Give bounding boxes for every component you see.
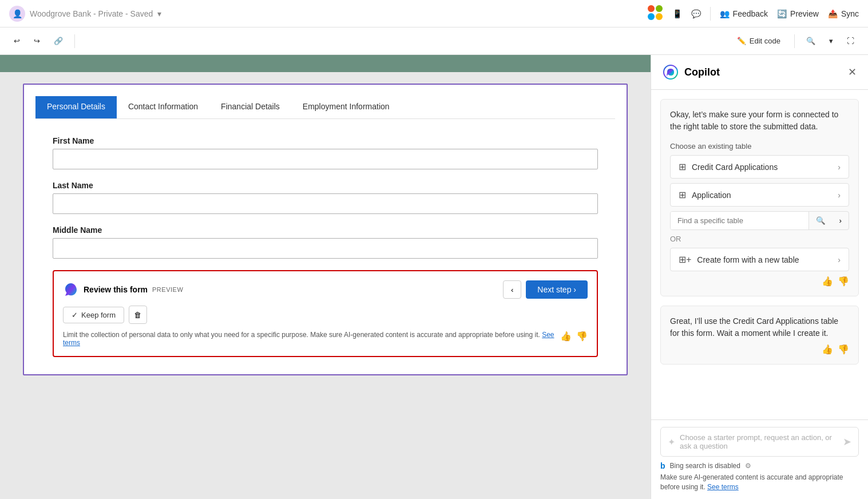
copilot-title-text: Copilot [684, 66, 720, 78]
middle-name-label: Middle Name [53, 225, 598, 235]
choose-table-label: Choose an existing table [670, 142, 849, 151]
disclaimer-text: Limit the collection of personal data to… [63, 331, 556, 347]
bing-disclaimer: Make sure AI-generated content is accura… [660, 473, 859, 492]
first-name-input[interactable] [53, 149, 598, 169]
svg-point-0 [648, 5, 655, 12]
tab-contact-information[interactable]: Contact Information [117, 96, 209, 118]
preview-button[interactable]: 🔄 Preview [777, 9, 819, 18]
last-name-input[interactable] [53, 193, 598, 214]
thumbs-up-button[interactable]: 👍 [560, 331, 572, 342]
last-name-field-group: Last Name [53, 181, 598, 214]
connect-button[interactable]: 🔗 [49, 34, 68, 47]
spark-icon[interactable]: ✦ [668, 437, 675, 447]
keep-form-button[interactable]: ✓ Keep form [63, 307, 124, 323]
card-1-thumbs-up[interactable]: 👍 [822, 276, 833, 287]
edit-code-label: Edit code [750, 37, 780, 45]
fluent-icon[interactable] [647, 5, 663, 22]
expand-button[interactable]: ⛶ [842, 34, 859, 47]
app-name: Woodgrove Bank [30, 9, 91, 18]
feedback-person-icon: 👥 [720, 9, 730, 18]
table-option-left-2: ⊞ Application [679, 189, 731, 200]
app-title: Woodgrove Bank - Private - Saved [30, 9, 153, 18]
table-option-left-1: ⊞ Credit Card Applications [679, 161, 778, 172]
first-name-label: First Name [53, 136, 598, 145]
copilot-card-choose-table: Okay, let’s make sure your form is conne… [660, 99, 859, 296]
table-grid-icon-2: ⊞ [679, 189, 686, 200]
copilot-input-area: ✦ Choose a starter prompt, request an ac… [660, 427, 859, 457]
card-2-thumbs-up[interactable]: 👍 [822, 344, 833, 355]
preview-label: Preview [790, 9, 819, 18]
review-title-text: Review this form [84, 285, 148, 294]
bing-icon: b [660, 461, 665, 470]
app-subtitle: - Private - Saved [91, 9, 153, 18]
sync-button[interactable]: 📤 Sync [828, 9, 859, 18]
disclaimer-content: Limit the collection of personal data to… [63, 331, 540, 339]
next-step-button[interactable]: Next step › [526, 280, 588, 299]
table-application-label: Application [692, 191, 731, 200]
review-bar-header: Review this form PREVIEW ‹ Next step › [63, 280, 588, 299]
redo-button[interactable]: ↪ [29, 34, 45, 47]
create-new-table-option[interactable]: ⊞+ Create form with a new table › [670, 248, 849, 271]
toolbar-separator [74, 34, 75, 48]
preview-icon: 🔄 [777, 9, 787, 18]
middle-name-input[interactable] [53, 238, 598, 259]
copilot-title: Copilot [663, 64, 720, 80]
search-table-box: 🔍 › [670, 211, 849, 230]
middle-name-field-group: Middle Name [53, 225, 598, 259]
table-option-credit-card[interactable]: ⊞ Credit Card Applications › [670, 155, 849, 179]
or-divider: OR [670, 235, 849, 243]
thumbs-area: 👍 👎 [560, 331, 588, 342]
form-fields-area: First Name Last Name Middle Name [35, 130, 615, 363]
copilot-panel-icon [663, 64, 679, 80]
zoom-button[interactable]: 🔍 [802, 34, 820, 47]
sync-icon: 📤 [828, 9, 838, 18]
review-disclaimer: Limit the collection of personal data to… [63, 331, 588, 347]
tab-financial-details[interactable]: Financial Details [209, 96, 291, 118]
card-2-feedback: 👍 👎 [670, 344, 849, 355]
copilot-body: Okay, let’s make sure your form is conne… [651, 90, 868, 419]
bing-notice: b Bing search is disabled ⚙ [660, 461, 859, 470]
topbar-right: 📱 💬 👥 Feedback 🔄 Preview 📤 Sync [647, 5, 859, 22]
copilot-close-button[interactable]: ✕ [848, 66, 857, 78]
copilot-message-1: Okay, let’s make sure your form is conne… [670, 109, 849, 133]
thumbs-down-button[interactable]: 👎 [576, 331, 588, 342]
create-table-left: ⊞+ Create form with a new table [679, 254, 799, 265]
first-name-field-group: First Name [53, 136, 598, 169]
table-option-application[interactable]: ⊞ Application › [670, 183, 849, 207]
last-name-label: Last Name [53, 181, 598, 190]
search-table-input[interactable] [671, 212, 808, 229]
delete-form-button[interactable]: 🗑 [129, 306, 147, 324]
tab-personal-details[interactable]: Personal Details [35, 96, 117, 118]
copilot-panel: Copilot ✕ Okay, let’s make sure your for… [651, 55, 868, 499]
feedback-button[interactable]: 👥 Feedback [720, 9, 768, 18]
review-bar: Review this form PREVIEW ‹ Next step › [53, 270, 598, 357]
topbar-left: 👤 Woodgrove Bank - Private - Saved ▾ [9, 6, 640, 22]
bing-label: Bing search is disabled [670, 462, 740, 470]
create-table-label: Create form with a new table [697, 255, 799, 264]
zoom-chevron[interactable]: ▾ [825, 34, 838, 47]
edit-code-button[interactable]: ✏️ Edit code [730, 34, 787, 47]
bing-disclaimer-text: Make sure AI-generated content is accura… [660, 473, 843, 491]
card-2-thumbs-down[interactable]: 👎 [838, 344, 849, 355]
copilot-send-button[interactable]: ➤ [843, 435, 851, 448]
main-content: Personal Details Contact Information Fin… [0, 55, 868, 499]
bing-settings-icon[interactable]: ⚙ [745, 462, 751, 470]
canvas-area: Personal Details Contact Information Fin… [0, 55, 651, 499]
dropdown-arrow-icon[interactable]: ▾ [157, 9, 161, 18]
prev-step-button[interactable]: ‹ [503, 280, 521, 299]
copilot-message-2: Great, I’ll use the Credit Card Applicat… [670, 315, 849, 339]
bing-see-terms-link[interactable]: See terms [707, 483, 739, 491]
keep-form-label: Keep form [81, 311, 116, 319]
svg-point-3 [656, 13, 663, 20]
search-table-button[interactable]: 🔍 [808, 212, 833, 229]
chat-icon[interactable]: 💬 [691, 9, 701, 18]
tablet-icon[interactable]: 📱 [672, 9, 682, 18]
undo-button[interactable]: ↩ [9, 34, 25, 47]
tab-employment-information[interactable]: Employment Information [291, 96, 401, 118]
copilot-input-placeholder: Choose a starter prompt, request an acti… [675, 433, 843, 450]
svg-point-2 [648, 13, 655, 20]
search-table-chevron[interactable]: › [833, 212, 849, 229]
review-actions: ✓ Keep form 🗑 [63, 306, 588, 324]
form-container: Personal Details Contact Information Fin… [23, 84, 628, 375]
card-1-thumbs-down[interactable]: 👎 [838, 276, 849, 287]
